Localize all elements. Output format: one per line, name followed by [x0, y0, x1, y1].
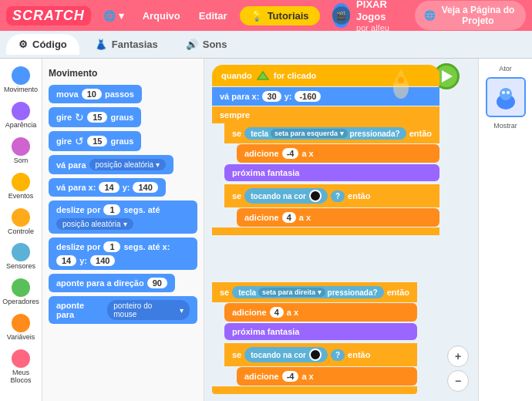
lightbulb-icon: 💡: [251, 10, 263, 22]
sprite-decoration: [386, 65, 416, 106]
tabs-bar: ⚙ Código 👗 Fantasias 🔊 Sons: [0, 31, 532, 59]
main-area: Movimento Aparência Som Eventos Controle…: [0, 59, 532, 401]
scratch-logo[interactable]: SCRATCH: [6, 6, 91, 25]
block-forever: sempre: [212, 106, 439, 123]
block-next-costume-2: próxima fantasia: [224, 323, 417, 340]
block-forever-close-partial: [212, 227, 439, 235]
tab-costumes[interactable]: 👗 Fantasias: [82, 34, 170, 55]
rotate-cw-icon: ↻: [75, 111, 84, 123]
tutorials-button[interactable]: 💡 Tutoriais: [240, 6, 320, 25]
cat-looks[interactable]: Aparência: [0, 99, 42, 133]
operators-dot: [12, 278, 30, 297]
rotate-ccw-icon: ↺: [75, 135, 84, 147]
script-group-2: se tecla seta para direita ▾ pressionada…: [212, 282, 417, 394]
svg-text:🎬: 🎬: [336, 11, 346, 21]
key-left-sensor: tecla seta para esquerda ▾ pressionada?: [244, 127, 406, 140]
block-add-4b: adicione 4 a x: [224, 303, 417, 322]
block-glide-random[interactable]: deslize por 1 segs. até posição aleatóri…: [49, 200, 197, 234]
color-swatch-1[interactable]: [309, 190, 322, 202]
block-glide-xy[interactable]: deslize por 1 segs. até x: 14 y: 140: [49, 238, 197, 270]
sound-icon: 🔊: [186, 39, 198, 50]
myblocks-dot: [12, 349, 30, 368]
top-nav: SCRATCH 🌐▾ Arquivo Editar 💡 Tutoriais 🎬 …: [0, 0, 532, 31]
code-icon: ⚙: [19, 39, 28, 50]
glide-dropdown[interactable]: posição aleatória ▾: [56, 218, 133, 230]
block-add-neg4: adicione -4 a x: [237, 144, 439, 163]
key-right-sensor: tecla seta para direita ▾ pressionada?: [232, 286, 383, 298]
svg-point-9: [502, 91, 505, 94]
block-turn-ccw[interactable]: gire ↺ 15 graus: [49, 131, 197, 151]
block-if-right: se tecla seta para direita ▾ pressionada…: [212, 282, 417, 302]
chevron-icon: ▾: [156, 160, 160, 169]
categories-sidebar: Movimento Aparência Som Eventos Controle…: [0, 59, 42, 401]
nav-center: 💡 Tutoriais 🎬 PIXAR Jogos por alfeu 🌐 Ve…: [240, 0, 526, 32]
globe-icon: 🌐: [103, 10, 116, 22]
chevron3-icon: ▾: [180, 306, 184, 315]
cat-motion[interactable]: Movimento: [0, 63, 42, 97]
events-dot: [12, 173, 30, 191]
control-dot: [12, 208, 30, 227]
zoom-in-button[interactable]: +: [447, 345, 469, 367]
block-goto-random[interactable]: vá para posição aleatória ▾: [49, 155, 197, 174]
block-add-neg4b: adicione -4 a x: [237, 367, 417, 386]
script-area: quando for clicado vá para x: 30 y: -160…: [204, 59, 478, 401]
project-title: PIXAR Jogos: [356, 0, 402, 23]
globe-button[interactable]: 🌐▾: [97, 7, 130, 25]
cat-sound[interactable]: Som: [0, 134, 42, 168]
block-next-costume-1: próxima fantasia: [224, 164, 439, 181]
blocks-panel: Movimento mova 10 passos gire ↻ 15 graus…: [42, 59, 204, 401]
svg-point-8: [500, 88, 512, 100]
color-sensor-2: tocando na cor: [244, 347, 328, 362]
sprite-thumbnail[interactable]: [486, 77, 526, 117]
mostrar-label: Mostrar: [493, 122, 517, 130]
globe2-icon: 🌐: [424, 10, 436, 21]
block-point-toward[interactable]: aponte para ponteiro do mouse ▾: [49, 296, 197, 324]
svg-marker-2: [442, 70, 453, 83]
svg-point-6: [398, 77, 404, 83]
editar-button[interactable]: Editar: [193, 7, 234, 25]
zoom-controls: + −: [447, 345, 469, 392]
cat-myblocks[interactable]: Meus Blocos: [0, 346, 42, 388]
motion-dot: [12, 66, 30, 85]
looks-dot: [12, 102, 30, 120]
ator-label: Ator: [499, 65, 512, 72]
block-turn-cw[interactable]: gire ↻ 15 graus: [49, 107, 197, 127]
tab-code[interactable]: ⚙ Código: [6, 34, 79, 55]
right-panel: Ator Mostrar: [478, 59, 532, 401]
arquivo-button[interactable]: Arquivo: [136, 7, 187, 25]
cat-sensors[interactable]: Sensores: [0, 240, 42, 274]
block-if-color-2: se tocando na cor ? então: [224, 343, 417, 366]
color-sensor-1: tocando na cor: [244, 188, 328, 204]
cat-events[interactable]: Eventos: [0, 170, 42, 204]
sound-dot: [12, 137, 30, 156]
view-project-button[interactable]: 🌐 Veja a Página do Projeto: [415, 1, 526, 30]
toward-dropdown[interactable]: ponteiro do mouse ▾: [107, 300, 190, 320]
zoom-out-button[interactable]: −: [447, 370, 469, 392]
costume-icon: 👗: [95, 39, 107, 50]
cat-control[interactable]: Controle: [0, 205, 42, 239]
block-goto-xy[interactable]: vá para x: 14 y: 140: [49, 178, 197, 197]
svg-point-10: [507, 91, 510, 94]
block-move[interactable]: mova 10 passos: [49, 85, 197, 103]
project-info: 🎬 PIXAR Jogos por alfeu: [332, 0, 403, 32]
random-dropdown[interactable]: posição aleatória ▾: [89, 159, 167, 170]
block-add-4: adicione 4 a x: [237, 208, 439, 227]
block-close-if-color: [212, 386, 417, 394]
svg-marker-3: [258, 72, 268, 79]
tab-sounds[interactable]: 🔊 Sons: [173, 34, 240, 55]
project-by: por alfeu: [356, 23, 402, 32]
block-point-dir[interactable]: aponte para a direção 90: [49, 274, 197, 292]
block-if-left: se tecla seta para esquerda ▾ pressionad…: [224, 123, 439, 143]
chevron-down-icon: ▾: [123, 220, 127, 228]
block-if-color-1: se tocando na cor ? então: [224, 184, 439, 207]
section-title: Movimento: [49, 68, 197, 79]
project-text: PIXAR Jogos por alfeu: [356, 0, 402, 32]
sensors-dot: [12, 243, 30, 261]
cat-variables[interactable]: Variáveis: [0, 311, 42, 345]
cat-operators[interactable]: Operadores: [0, 275, 42, 309]
variables-dot: [12, 314, 30, 332]
color-swatch-2[interactable]: [309, 349, 322, 361]
project-avatar: 🎬: [332, 3, 351, 28]
